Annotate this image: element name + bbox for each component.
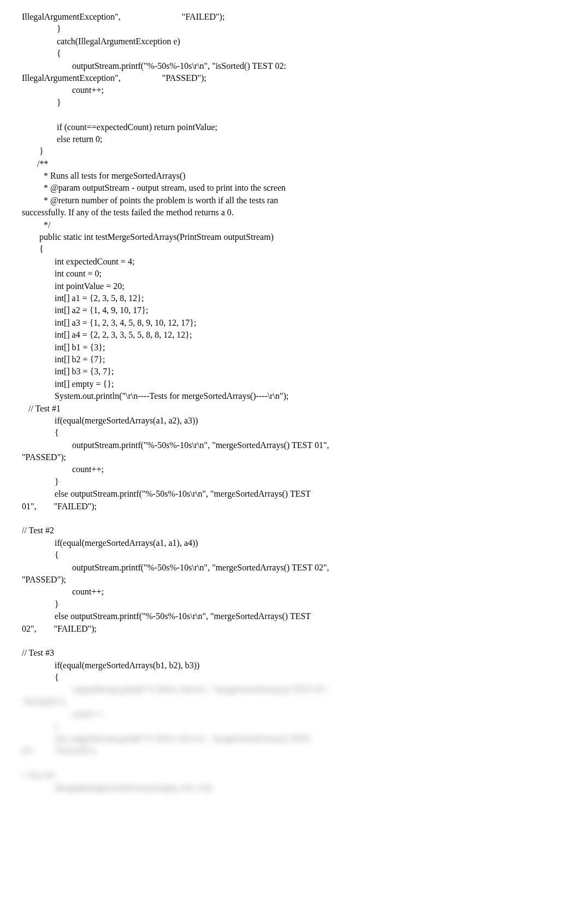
blurred-line: "PASSED"); [22,697,66,707]
code-line: IllegalArgumentException", "FAILED"); [22,12,224,21]
code-line: } [22,599,59,609]
code-line: } [22,146,44,156]
code-line: * @return number of points the problem i… [22,196,278,205]
code-line: int[] b3 = {3, 7}; [22,367,114,376]
code-line: // Test #2 [22,526,54,535]
code-line: int[] a3 = {1, 2, 3, 4, 5, 8, 9, 10, 12,… [22,318,196,327]
code-line: public static int testMergeSortedArrays(… [22,232,274,242]
code-line: outputStream.printf("%-50s%-10s\r\n", "m… [22,440,329,450]
code-line: { [22,49,61,58]
code-line: */ [22,220,50,229]
code-line: outputStream.printf("%-50s%-10s\r\n", "m… [22,563,329,572]
code-line: count++; [22,587,104,596]
code-line: int[] a4 = {2, 2, 3, 3, 5, 5, 8, 8, 12, … [22,330,192,339]
blurred-line: else outputStream.printf("%-50s%-10s\r\n… [22,734,311,743]
code-line: } [22,98,61,107]
code-line: outputStream.printf("%-50s%-10s\r\n", "i… [22,61,286,70]
code-line: IllegalArgumentException", "PASSED"); [22,73,206,83]
code-line: * @param outputStream - output stream, u… [22,183,286,192]
code-line: int[] empty = {}; [22,379,114,389]
code-line: else outputStream.printf("%-50s%-10s\r\n… [22,611,311,621]
code-line: count++; [22,464,104,474]
code-line: int[] b2 = {7}; [22,355,105,364]
code-line: } [22,24,61,33]
code-line: if(equal(mergeSortedArrays(a1, a2), a3)) [22,416,198,425]
blurred-line: outputStream.printf("%-50s%-10s\r\n", "m… [22,685,329,694]
code-line: "PASSED"); [22,452,66,462]
code-line: { [22,428,59,437]
code-line: int pointValue = 20; [22,281,125,291]
code-line: else outputStream.printf("%-50s%-10s\r\n… [22,489,311,498]
code-line: if(equal(mergeSortedArrays(b1, b2), b3)) [22,661,199,670]
blurred-line: count++; [22,709,104,719]
code-line: int[] a1 = {2, 3, 5, 8, 12}; [22,293,144,303]
code-line: if (count==expectedCount) return pointVa… [22,122,217,132]
blurred-line: 03", "FAILED"); [22,746,97,755]
blurred-line: if(equal(mergeSortedArrays(empty, b1), b… [22,783,212,792]
code-line: 01", "FAILED"); [22,502,97,511]
code-line: catch(IllegalArgumentException e) [22,37,180,46]
code-line: else return 0; [22,134,103,144]
code-line: // Test #1 [22,404,61,413]
code-line: { [22,550,59,560]
code-line: 02", "FAILED"); [22,624,97,633]
code-line: int[] a2 = {1, 4, 9, 10, 17}; [22,305,148,315]
code-line: /** [22,159,48,168]
blurred-line: // Test #4 [22,770,54,780]
code-line: { [22,244,44,254]
code-line: "PASSED"); [22,575,66,584]
code-line: int count = 0; [22,269,102,278]
code-line: { [22,673,59,682]
code-block: IllegalArgumentException", "FAILED"); } … [22,11,558,684]
code-line: successfully. If any of the tests failed… [22,208,234,217]
code-line: // Test #3 [22,648,54,657]
code-line: * Runs all tests for mergeSortedArrays() [22,171,186,180]
code-line: } [22,477,59,486]
code-line: count++; [22,85,104,95]
blurred-line: } [22,722,59,731]
code-line: System.out.println("\r\n----Tests for me… [22,391,288,401]
code-line: if(equal(mergeSortedArrays(a1, a1), a4)) [22,538,198,548]
blurred-code-block: outputStream.printf("%-50s%-10s\r\n", "m… [22,684,558,794]
code-line: int expectedCount = 4; [22,257,134,266]
code-line: int[] b1 = {3}; [22,343,105,352]
